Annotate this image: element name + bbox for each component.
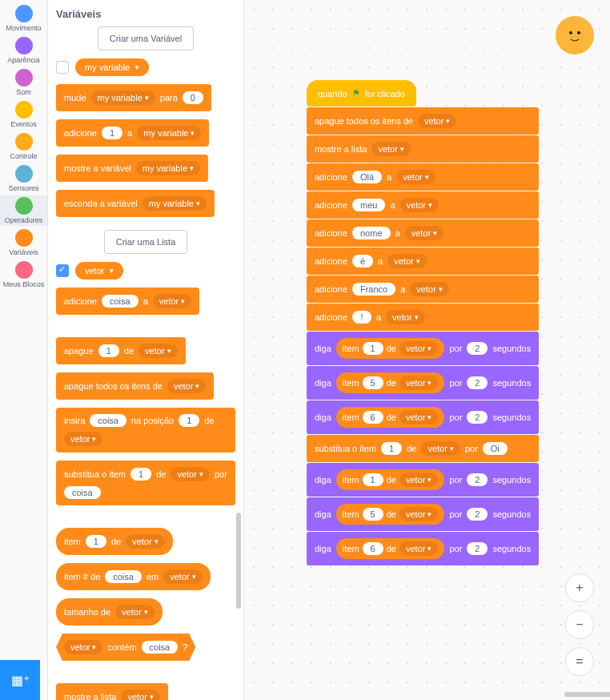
- workspace-hscroll[interactable]: [564, 692, 610, 697]
- zoom-in-button[interactable]: +: [565, 573, 594, 602]
- category-label: Sensores: [8, 184, 38, 192]
- category-movimento[interactable]: Movimento: [0, 3, 47, 34]
- block-add-to-list[interactable]: adicionenomeavetor: [307, 219, 539, 247]
- category-eventos[interactable]: Eventos: [0, 99, 47, 130]
- category-label: Eventos: [10, 120, 37, 128]
- category-dot-icon: [15, 261, 33, 279]
- block-add-to-list[interactable]: adicioneOláavetor: [307, 163, 539, 191]
- category-meus blocos[interactable]: Meus Blocos: [0, 259, 47, 290]
- minus-icon: −: [576, 618, 583, 632]
- zoom-out-button[interactable]: −: [565, 610, 594, 639]
- block-item-of-list-embedded[interactable]: item5devetor: [336, 504, 445, 525]
- block-say-for-secs[interactable]: digaitem6devetorpor2segundos: [307, 532, 539, 565]
- block-item-of-list-embedded[interactable]: item5devetor: [336, 372, 445, 393]
- category-dot-icon: [15, 133, 33, 151]
- svg-point-0: [563, 23, 587, 47]
- vetor-checkbox[interactable]: [56, 264, 69, 277]
- block-replace-item[interactable]: substitua o item1 devetor porOi: [307, 435, 539, 462]
- workspace[interactable]: quando ⚑ for clicado apague todos os ite…: [244, 0, 610, 700]
- category-dot-icon: [15, 37, 33, 54]
- block-change-variable[interactable]: adicione 1 a my variable: [56, 119, 209, 147]
- category-label: Movimento: [6, 24, 41, 32]
- block-say-for-secs[interactable]: digaitem5devetorpor2segundos: [307, 497, 539, 531]
- category-dot-icon: [15, 229, 33, 247]
- block-show-variable[interactable]: mostre a variável my variable: [56, 155, 208, 182]
- block-item-num-of-list[interactable]: item # de coisa em vetor: [56, 563, 211, 590]
- category-dot-icon: [15, 165, 33, 183]
- category-label: Controle: [10, 152, 37, 160]
- vetor-reporter[interactable]: vetor: [75, 262, 123, 280]
- create-variable-button[interactable]: Criar uma Variável: [98, 26, 194, 50]
- category-label: Som: [16, 88, 31, 96]
- category-controle[interactable]: Controle: [0, 131, 47, 162]
- svg-point-2: [577, 31, 580, 34]
- block-delete-of-list[interactable]: apague 1 de vetor: [56, 337, 186, 364]
- category-label: Operadores: [5, 216, 43, 224]
- section-title-variaveis: Variáveis: [56, 8, 235, 20]
- block-add-to-list[interactable]: adicione!avetor: [307, 304, 539, 331]
- category-label: Variáveis: [9, 248, 38, 256]
- category-operadores[interactable]: Operadores: [0, 195, 47, 226]
- category-label: Aparência: [7, 56, 40, 64]
- scratch-cat-watermark: [556, 16, 594, 54]
- category-dot-icon: [15, 197, 33, 215]
- category-variáveis[interactable]: Variáveis: [0, 227, 47, 258]
- block-replace-item-list[interactable]: substitua o item 1 de vetor por coisa: [56, 461, 235, 505]
- block-item-of-list-embedded[interactable]: item1devetor: [336, 469, 445, 490]
- block-add-to-list[interactable]: adicionemeuavetor: [307, 191, 539, 219]
- block-item-of-list-embedded[interactable]: item6devetor: [336, 538, 445, 559]
- script-stack[interactable]: quando ⚑ for clicado apague todos os ite…: [307, 80, 539, 565]
- block-show-list[interactable]: mostre a listavetor: [307, 135, 539, 163]
- plus-icon: +: [576, 581, 583, 595]
- block-add-to-list[interactable]: adicioneéavetor: [307, 247, 539, 275]
- block-add-to-list[interactable]: adicione coisa a vetor: [56, 288, 199, 315]
- extensions-button[interactable]: ▦⁺: [0, 660, 40, 700]
- equals-icon: =: [576, 654, 583, 669]
- category-label: Meus Blocos: [3, 280, 45, 288]
- block-say-for-secs[interactable]: digaitem1devetorpor2segundos: [307, 332, 539, 365]
- block-list-contains[interactable]: vetor contém coisa ?: [56, 634, 195, 661]
- svg-point-1: [569, 31, 572, 34]
- block-set-variable[interactable]: mude my variable para 0: [56, 84, 211, 111]
- block-delete-all[interactable]: apague todos os itens devetor: [307, 107, 539, 135]
- block-item-of-list[interactable]: item 1 de vetor: [56, 528, 173, 555]
- category-dot-icon: [15, 69, 33, 86]
- block-say-for-secs[interactable]: digaitem1devetorpor2segundos: [307, 463, 539, 497]
- green-flag-icon: ⚑: [352, 88, 360, 99]
- category-dot-icon: [15, 101, 33, 119]
- block-insert-at-list[interactable]: insira coisa na posição 1 de vetor: [56, 408, 235, 453]
- block-item-of-list-embedded[interactable]: item1devetor: [336, 338, 445, 359]
- block-item-of-list-embedded[interactable]: item6devetor: [336, 407, 445, 428]
- category-sensores[interactable]: Sensores: [0, 163, 47, 194]
- block-say-for-secs[interactable]: digaitem6devetorpor2segundos: [307, 400, 539, 434]
- category-dot-icon: [15, 5, 33, 22]
- my-variable-reporter[interactable]: my variable: [75, 58, 149, 76]
- my-variable-checkbox[interactable]: [56, 61, 69, 74]
- category-som[interactable]: Som: [0, 67, 47, 98]
- block-when-flag-clicked[interactable]: quando ⚑ for clicado: [307, 80, 416, 107]
- category-aparência[interactable]: Aparência: [0, 35, 47, 66]
- blocks-palette: Variáveis Criar uma Variável my variable…: [48, 0, 244, 700]
- palette-scrollbar[interactable]: [236, 513, 241, 609]
- block-hide-variable[interactable]: esconda a variável my variable: [56, 190, 215, 217]
- block-say-for-secs[interactable]: digaitem5devetorpor2segundos: [307, 366, 539, 400]
- block-delete-all-of-list[interactable]: apague todos os itens de vetor: [56, 372, 214, 400]
- block-add-to-list[interactable]: adicioneFrancoavetor: [307, 276, 539, 303]
- zoom-reset-button[interactable]: =: [565, 647, 594, 676]
- blocks-icon: ▦⁺: [11, 673, 30, 688]
- block-show-list[interactable]: mostre a lista vetor: [56, 683, 168, 700]
- block-length-of-list[interactable]: tamanho de vetor: [56, 598, 163, 626]
- create-list-button[interactable]: Criar uma Lista: [104, 230, 188, 254]
